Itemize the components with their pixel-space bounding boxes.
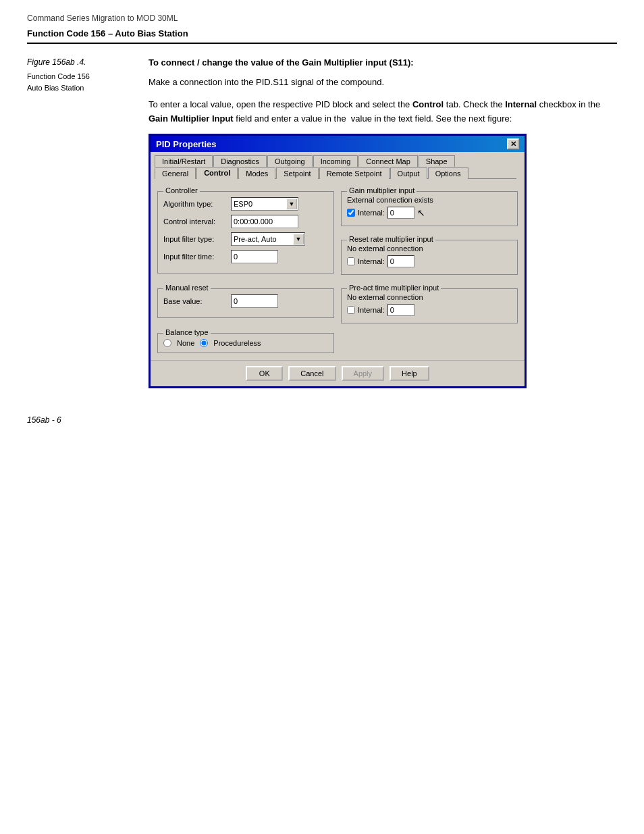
body-text-2: To enter a local value, open the respect… (149, 98, 617, 126)
gain-internal-checkbox[interactable] (347, 209, 355, 217)
gain-internal-row: Internal: ↖ (347, 207, 512, 219)
tab-outgoing[interactable]: Outgoing (267, 155, 313, 167)
tabs-row-1: Initial/Restart Diagnostics Outgoing Inc… (155, 155, 520, 166)
algorithm-select-arrow: ▼ (286, 199, 297, 209)
manual-reset-title: Manual reset (163, 284, 211, 292)
manual-reset-group: Manual reset Base value: (157, 288, 334, 318)
dialog-close-button[interactable]: ✕ (507, 138, 519, 149)
tab-general[interactable]: General (155, 167, 196, 179)
gain-internal-value-input[interactable] (387, 207, 414, 219)
balance-type-group: Balance type None Procedureless (157, 333, 334, 353)
reset-rate-group: Reset rate multiplier input No external … (341, 240, 518, 275)
algorithm-type-row: Algorithm type: ESP0 ▼ (163, 197, 328, 211)
tab-initial-restart[interactable]: Initial/Restart (155, 155, 213, 167)
reset-rate-status: No external connection (347, 244, 512, 253)
dialog-titlebar: PID Properties ✕ (151, 136, 525, 152)
tab-shape[interactable]: Shape (419, 155, 455, 167)
input-filter-type-row: Input filter type: Pre-act, Auto ▼ (163, 232, 328, 246)
cursor-arrow: ↖ (417, 207, 425, 218)
dialog-body: Controller Algorithm type: ESP0 ▼ (151, 179, 525, 360)
body-text-1: Make a connection into the PID.S11 signa… (149, 76, 617, 90)
gain-multiplier-group: Gain multiplier input External connectio… (341, 191, 518, 226)
doc-header-top: Command Series Migration to MOD 30ML (27, 14, 617, 23)
tab-control[interactable]: Control (196, 167, 238, 179)
reset-rate-title: Reset rate multiplier input (347, 235, 435, 243)
preact-title: Pre-act time multiplier input (347, 284, 441, 292)
controller-group-title: Controller (163, 186, 200, 194)
control-interval-input[interactable] (231, 215, 298, 228)
cancel-button[interactable]: Cancel (288, 366, 336, 381)
ok-button[interactable]: OK (246, 366, 283, 381)
base-value-row: Base value: (163, 294, 328, 308)
figure-label: Figure 156ab .4. (27, 57, 135, 67)
preact-internal-checkbox[interactable] (347, 306, 355, 314)
preact-internal-label: Internal: (358, 306, 385, 314)
input-filter-type-select-wrapper: Pre-act, Auto ▼ (231, 232, 305, 246)
page-footer: 156ab - 6 (27, 415, 617, 425)
gain-multiplier-status: External connection exists (347, 196, 512, 204)
pid-properties-dialog: PID Properties ✕ Initial/Restart Diagnos… (149, 134, 527, 388)
tab-options[interactable]: Options (428, 167, 468, 179)
balance-procedureless-radio[interactable] (200, 339, 208, 347)
main-content: To connect / change the value of the Gai… (149, 57, 617, 388)
base-value-input[interactable] (231, 294, 278, 308)
base-value-label: Base value: (163, 297, 231, 305)
reset-internal-checkbox[interactable] (347, 257, 355, 265)
reset-internal-value-input[interactable] (387, 255, 414, 267)
tab-diagnostics[interactable]: Diagnostics (213, 155, 267, 167)
input-filter-time-label: Input filter time: (163, 253, 231, 261)
header-divider (27, 43, 617, 44)
function-code-label: Function Code 156 – Auto Bias Station (27, 28, 617, 38)
gain-multiplier-title: Gain multiplier input (347, 186, 417, 194)
tab-incoming[interactable]: Incoming (313, 155, 358, 167)
control-interval-row: Control interval: (163, 215, 328, 228)
reset-internal-label: Internal: (358, 257, 385, 265)
dialog-footer: OK Cancel Apply Help (151, 360, 525, 386)
right-panel: Gain multiplier input External connectio… (341, 186, 518, 353)
tab-output[interactable]: Output (390, 167, 427, 179)
balance-type-title: Balance type (163, 328, 211, 336)
input-filter-time-input[interactable] (231, 250, 278, 263)
preact-group: Pre-act time multiplier input No externa… (341, 288, 518, 323)
preact-internal-row: Internal: (347, 304, 512, 316)
balance-type-radios: None Procedureless (163, 339, 328, 347)
algorithm-type-select-wrapper: ESP0 ▼ (231, 197, 298, 211)
help-button[interactable]: Help (390, 366, 429, 381)
input-filter-type-label: Input filter type: (163, 235, 231, 243)
preact-internal-value-input[interactable] (387, 304, 414, 316)
controller-group: Controller Algorithm type: ESP0 ▼ (157, 191, 334, 273)
left-margin: Figure 156ab .4. Function Code 156 Auto … (27, 57, 135, 388)
section-title: To connect / change the value of the Gai… (149, 57, 617, 68)
tab-connect-map[interactable]: Connect Map (358, 155, 417, 167)
input-filter-time-row: Input filter time: (163, 250, 328, 263)
dialog-title: PID Properties (156, 139, 217, 149)
reset-internal-row: Internal: (347, 255, 512, 267)
apply-button[interactable]: Apply (342, 366, 385, 381)
tab-setpoint[interactable]: Setpoint (276, 167, 318, 179)
preact-status: No external connection (347, 293, 512, 301)
tabs-row-2: General Control Modes Setpoint Remote Se… (155, 166, 520, 178)
balance-none-label: None (177, 339, 194, 347)
tab-modes[interactable]: Modes (238, 167, 275, 179)
figure-caption: Function Code 156 Auto Bias Station (27, 71, 135, 93)
algorithm-type-label: Algorithm type: (163, 200, 231, 208)
dialog-tabs: Initial/Restart Diagnostics Outgoing Inc… (151, 152, 525, 179)
tab-remote-setpoint[interactable]: Remote Setpoint (319, 167, 390, 179)
balance-none-radio[interactable] (163, 339, 171, 347)
control-interval-label: Control interval: (163, 217, 231, 226)
input-filter-select-arrow: ▼ (293, 234, 304, 244)
left-panel: Controller Algorithm type: ESP0 ▼ (157, 186, 334, 353)
gain-internal-label: Internal: (358, 209, 385, 217)
balance-procedureless-label: Procedureless (213, 339, 261, 347)
